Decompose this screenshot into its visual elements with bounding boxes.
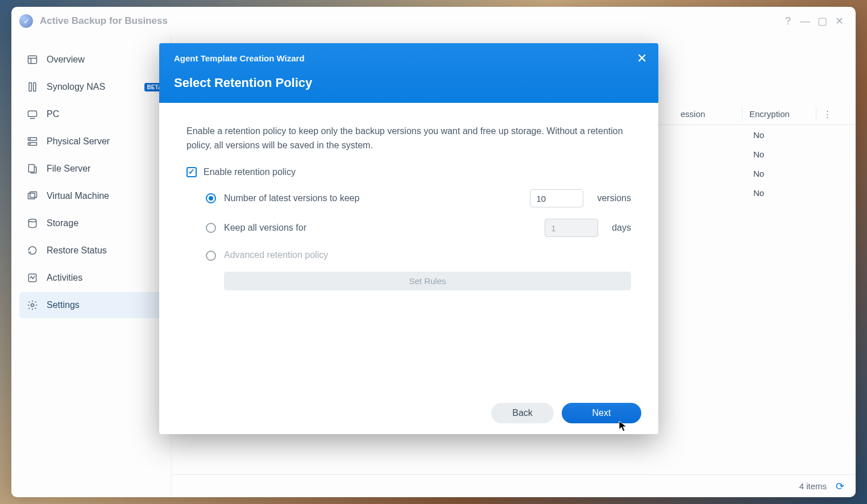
item-count: 4 items [799, 481, 827, 491]
sidebar-item-pc[interactable]: PC [19, 101, 171, 127]
column-compression[interactable]: ession [674, 109, 742, 119]
cell-encryption: No [753, 149, 839, 159]
modal-close-icon[interactable]: ✕ [637, 51, 647, 66]
sidebar-item-label: Restore Status [47, 245, 107, 256]
cell-encryption: No [753, 188, 839, 198]
sidebar-item-label: Settings [47, 300, 80, 310]
gear-icon [26, 299, 39, 311]
radio-advanced-label: Advanced retention policy [224, 248, 631, 263]
sidebar-item-label: Synology NAS [47, 82, 105, 92]
storage-icon [26, 217, 39, 230]
app-icon: ✓ [19, 14, 33, 28]
radio-days-label: Keep all versions for [224, 221, 537, 235]
radio-versions[interactable] [206, 193, 216, 203]
days-unit: days [612, 221, 631, 235]
versions-unit: versions [597, 191, 631, 206]
column-encryption[interactable]: Encryption [742, 107, 816, 121]
sidebar-item-physical-server[interactable]: Physical Server [19, 128, 171, 155]
restore-icon [26, 244, 39, 257]
modal-header: Agent Template Creation Wizard Select Re… [159, 43, 658, 103]
versions-input[interactable] [530, 189, 583, 207]
file-server-icon [26, 163, 39, 175]
wizard-title: Agent Template Creation Wizard [174, 53, 644, 63]
sidebar-item-label: Activities [47, 273, 82, 283]
sidebar-item-virtual-machine[interactable]: Virtual Machine [19, 183, 171, 209]
enable-retention-label: Enable retention policy [204, 165, 296, 180]
days-input[interactable] [545, 219, 598, 237]
statusbar: 4 items ⟳ [171, 474, 856, 497]
svg-rect-12 [28, 193, 35, 199]
minimize-icon[interactable]: — [797, 15, 814, 27]
cell-encryption: No [753, 169, 839, 178]
svg-rect-11 [28, 165, 34, 172]
column-more-icon[interactable]: ⋮ [816, 107, 839, 121]
sidebar-item-synology-nas[interactable]: Synology NAS BETA [19, 74, 171, 100]
sidebar-item-label: Physical Server [47, 136, 110, 147]
sidebar-item-activities[interactable]: Activities [19, 265, 171, 291]
vm-icon [26, 190, 39, 202]
sidebar-item-label: File Server [47, 164, 90, 174]
sidebar-item-restore-status[interactable]: Restore Status [19, 238, 171, 264]
next-button[interactable]: Next [562, 403, 641, 423]
svg-point-10 [30, 144, 30, 144]
modal-body: Enable a retention policy to keep only t… [159, 103, 658, 392]
sidebar-item-storage[interactable]: Storage [19, 210, 171, 236]
sidebar-item-label: Storage [47, 218, 78, 228]
svg-rect-4 [34, 83, 36, 91]
radio-advanced[interactable] [206, 251, 216, 261]
wizard-modal: Agent Template Creation Wizard Select Re… [159, 43, 658, 434]
sidebar-item-label: Overview [47, 55, 85, 65]
svg-rect-13 [30, 192, 37, 198]
sidebar-item-overview[interactable]: Overview [19, 47, 171, 73]
set-rules-button: Set Rules [224, 272, 631, 290]
step-title: Select Retention Policy [174, 76, 644, 90]
refresh-icon[interactable]: ⟳ [836, 480, 844, 493]
back-button[interactable]: Back [491, 403, 554, 423]
sidebar-item-file-server[interactable]: File Server [19, 156, 171, 182]
sidebar-item-label: Virtual Machine [47, 191, 109, 201]
svg-rect-0 [28, 56, 37, 63]
radio-days[interactable] [206, 223, 216, 233]
app-title: Active Backup for Business [40, 15, 168, 27]
activities-icon [26, 272, 39, 284]
svg-point-16 [31, 304, 34, 307]
modal-footer: Back Next [159, 392, 658, 434]
titlebar: ✓ Active Backup for Business ? — ▢ ✕ [11, 7, 856, 35]
svg-rect-3 [29, 83, 31, 91]
radio-versions-label: Number of latest versions to keep [224, 191, 522, 206]
svg-point-14 [28, 219, 36, 222]
sidebar: Overview Synology NAS BETA PC Physic [11, 35, 171, 497]
svg-rect-5 [28, 111, 37, 116]
cell-encryption: No [753, 130, 839, 140]
nas-icon [26, 81, 39, 93]
sidebar-item-settings[interactable]: Settings [19, 292, 171, 318]
maximize-icon[interactable]: ▢ [814, 15, 831, 27]
overview-icon [26, 53, 39, 66]
help-icon[interactable]: ? [779, 15, 797, 27]
svg-point-9 [30, 139, 30, 139]
close-icon[interactable]: ✕ [831, 15, 848, 27]
pc-icon [26, 108, 39, 120]
step-description: Enable a retention policy to keep only t… [186, 124, 631, 153]
enable-retention-checkbox[interactable]: ✓ [186, 167, 197, 177]
sidebar-item-label: PC [47, 109, 59, 119]
server-icon [26, 135, 39, 148]
